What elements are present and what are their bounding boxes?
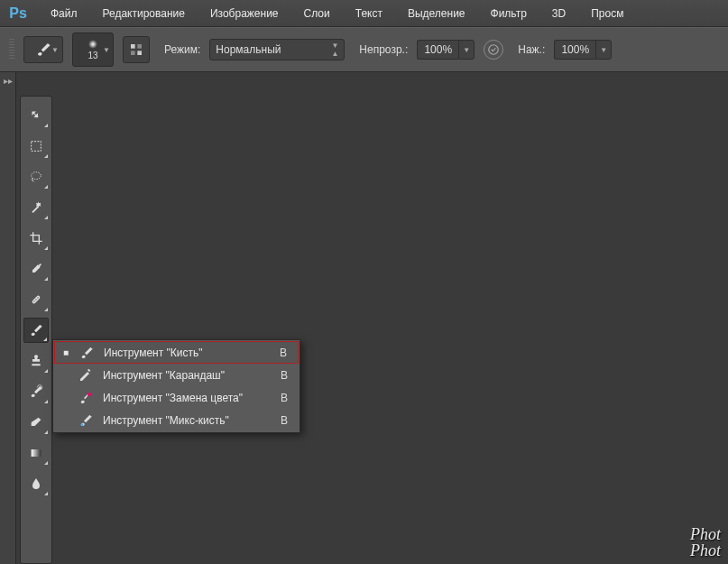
svg-point-9 (35, 299, 36, 300)
color-replace-icon (78, 391, 94, 405)
svg-point-4 (489, 45, 499, 55)
menu-layers[interactable]: Слои (300, 5, 334, 22)
svg-rect-0 (131, 44, 135, 49)
flyout-item-color-replace[interactable]: Инструмент "Замена цвета" B (54, 386, 299, 409)
workspace: ▸▸ (0, 72, 728, 564)
svg-rect-5 (32, 142, 41, 152)
move-icon (29, 108, 43, 123)
history-icon (29, 384, 43, 399)
panel-expand-icon[interactable]: ▸▸ (0, 72, 15, 89)
tool-stamp[interactable] (23, 348, 49, 374)
options-bar: ▼ 13 ▼ Режим: Нормальный ▼▲ Непрозр.: 10… (0, 27, 728, 72)
gradient-icon (29, 446, 43, 460)
tab-strip: ▸▸ (0, 72, 16, 564)
tool-gradient[interactable] (23, 440, 49, 466)
palette-icon (129, 42, 143, 57)
brush-panel-toggle[interactable] (123, 36, 150, 63)
tool-wand[interactable] (23, 195, 49, 220)
options-drag-handle[interactable] (9, 39, 14, 60)
tool-heal[interactable] (23, 287, 49, 312)
opacity-label: Непрозр.: (359, 43, 408, 56)
tools-panel (20, 96, 52, 564)
flyout-item-mixer[interactable]: Инструмент "Микс-кисть" B (54, 409, 299, 431)
marquee-icon (29, 139, 43, 153)
mode-select[interactable]: Нормальный ▼▲ (209, 39, 345, 60)
svg-rect-1 (137, 44, 142, 49)
tool-history-brush[interactable] (23, 379, 49, 404)
menubar: Ps Файл Редактирование Изображение Слои … (0, 0, 728, 27)
pressure-icon (487, 43, 500, 56)
pressure-opacity-button[interactable] (484, 40, 503, 60)
menu-file[interactable]: Файл (47, 5, 81, 22)
svg-point-8 (33, 300, 34, 301)
menu-select[interactable]: Выделение (404, 5, 469, 22)
flyout-label: Инструмент "Микс-кисть" (103, 414, 272, 427)
flyout-shortcut: B (281, 369, 288, 382)
wand-icon (29, 200, 43, 215)
mixer-brush-icon (78, 413, 94, 428)
app-logo[interactable]: Ps (7, 3, 29, 24)
watermark: Phot Phot (690, 526, 721, 559)
flyout-shortcut: B (281, 392, 288, 404)
svg-rect-11 (32, 449, 41, 457)
chevron-down-icon: ▼▲ (331, 42, 338, 58)
menu-edit[interactable]: Редактирование (99, 5, 189, 22)
eraser-icon (29, 415, 43, 430)
pencil-icon (78, 368, 94, 383)
svg-rect-2 (131, 51, 135, 55)
tool-marquee[interactable] (23, 134, 49, 159)
mode-value: Нормальный (216, 43, 281, 56)
mode-label: Режим: (164, 43, 200, 56)
tool-preset-picker[interactable]: ▼ (23, 36, 63, 63)
lasso-icon (29, 170, 43, 184)
menu-image[interactable]: Изображение (207, 5, 282, 22)
flow-field[interactable]: 100% ▼ (554, 40, 612, 60)
chevron-down-icon: ▼ (51, 46, 59, 54)
tool-lasso[interactable] (23, 164, 49, 190)
chevron-down-icon[interactable]: ▼ (458, 40, 475, 60)
opacity-field[interactable]: 100% ▼ (417, 40, 475, 60)
svg-point-13 (81, 423, 84, 426)
brush-icon (78, 346, 95, 360)
menu-filter[interactable]: Фильтр (487, 5, 530, 22)
flow-value[interactable]: 100% (554, 40, 595, 60)
chevron-down-icon[interactable]: ▼ (595, 40, 612, 60)
brush-icon (35, 42, 51, 58)
chevron-down-icon: ▼ (103, 46, 110, 54)
tool-brush[interactable] (23, 318, 49, 343)
flyout-shortcut: B (280, 347, 287, 359)
crop-icon (29, 231, 43, 245)
tool-blur[interactable] (23, 471, 49, 496)
flyout-item-pencil[interactable]: Инструмент "Карандаш" B (54, 364, 299, 386)
brush-preset-picker[interactable]: 13 ▼ (72, 32, 114, 67)
tool-eraser[interactable] (23, 410, 49, 435)
opacity-value[interactable]: 100% (417, 40, 458, 60)
stamp-icon (29, 354, 43, 368)
tool-eyedropper[interactable] (23, 256, 49, 282)
svg-point-12 (88, 393, 91, 396)
selected-marker-icon: ■ (62, 347, 69, 357)
flyout-shortcut: B (281, 414, 288, 427)
svg-point-10 (37, 297, 38, 298)
flyout-label: Инструмент "Карандаш" (103, 369, 272, 382)
menu-text[interactable]: Текст (352, 5, 386, 22)
svg-rect-3 (137, 51, 142, 55)
flyout-item-brush[interactable]: ■ Инструмент "Кисть" B (54, 341, 299, 364)
menu-view[interactable]: Просм (587, 5, 627, 22)
flow-label: Наж.: (518, 43, 545, 56)
canvas-area[interactable] (52, 72, 728, 564)
brush-tool-flyout: ■ Инструмент "Кисть" B Инструмент "Каран… (52, 339, 300, 433)
menu-3d[interactable]: 3D (548, 5, 569, 22)
blur-icon (29, 476, 43, 491)
tool-crop[interactable] (23, 226, 49, 251)
tool-move[interactable] (23, 103, 49, 128)
flyout-label: Инструмент "Замена цвета" (103, 392, 272, 404)
brush-icon (29, 323, 43, 337)
flyout-label: Инструмент "Кисть" (104, 347, 271, 359)
brush-size-value: 13 (88, 51, 97, 60)
brush-preview-icon (88, 40, 97, 49)
heal-icon (29, 292, 43, 307)
eyedropper-icon (29, 262, 43, 276)
